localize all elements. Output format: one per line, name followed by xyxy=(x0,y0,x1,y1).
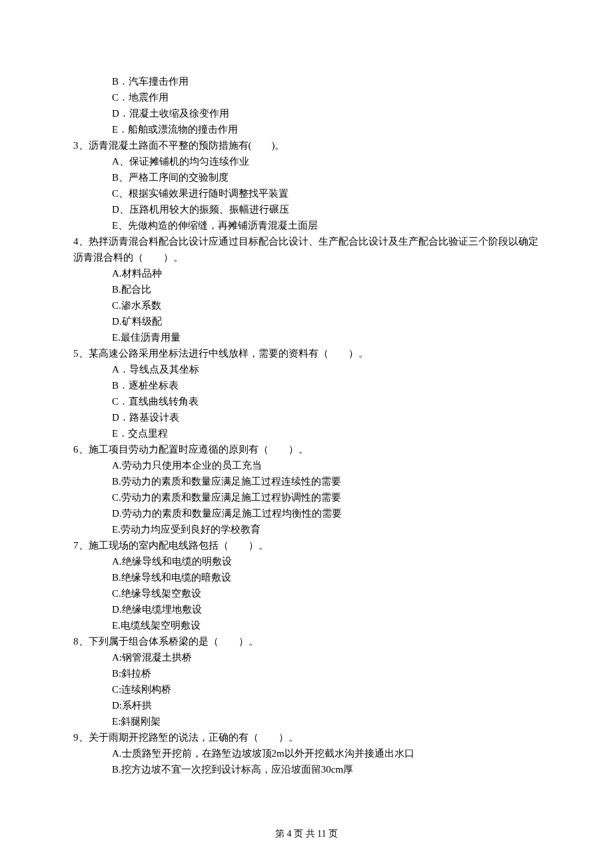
question-stem: 4、热拌沥青混合料配合比设计应通过目标配合比设计、生产配合比设计及生产配合比验证… xyxy=(73,233,540,265)
option-line: E.劳动力均应受到良好的学校教育 xyxy=(73,521,540,537)
question-stem: 9、关于雨期开挖路堑的说法，正确的有（ ）。 xyxy=(73,729,540,745)
question-stem: 3、沥青混凝土路面不平整的预防措施有( )。 xyxy=(73,137,540,153)
option-line: D:系杆拱 xyxy=(73,697,540,713)
option-line: B、严格工序间的交验制度 xyxy=(73,169,540,185)
option-line: E．交点里程 xyxy=(73,425,540,441)
option-line: B．汽车撞击作用 xyxy=(73,73,540,89)
option-line: B.配合比 xyxy=(73,281,540,297)
option-line: A．导线点及其坐标 xyxy=(73,361,540,377)
option-line: A.绝缘导线和电缆的明敷设 xyxy=(73,553,540,569)
option-line: C.绝缘导线架空敷设 xyxy=(73,585,540,601)
option-line: B.劳动力的素质和数量应满足施工过程连续性的需要 xyxy=(73,473,540,489)
option-line: B．逐桩坐标表 xyxy=(73,377,540,393)
option-line: A、保证摊铺机的均匀连续作业 xyxy=(73,153,540,169)
option-line: C.劳动力的素质和数量应满足施工过程协调性的需要 xyxy=(73,489,540,505)
question-stem: 8、下列属于组合体系桥梁的是（ ）。 xyxy=(73,633,540,649)
option-line: A:钢管混凝土拱桥 xyxy=(73,649,540,665)
option-line: E、先做构造的伸缩缝，再摊铺沥青混凝土面层 xyxy=(73,217,540,233)
option-line: D.劳动力的素质和数量应满足施工过程均衡性的需要 xyxy=(73,505,540,521)
option-line: D．路基设计表 xyxy=(73,409,540,425)
option-line: C．直线曲线转角表 xyxy=(73,393,540,409)
option-line: B.挖方边坡不宜一次挖到设计标高，应沿坡面留30cm厚 xyxy=(73,761,540,777)
exam-page: B．汽车撞击作用 C．地震作用 D．混凝土收缩及徐变作用 E．船舶或漂流物的撞击… xyxy=(0,0,613,868)
option-line: D.矿料级配 xyxy=(73,313,540,329)
option-line: C:连续刚构桥 xyxy=(73,681,540,697)
question-stem: 7、施工现场的室内配电线路包括（ ）。 xyxy=(73,537,540,553)
option-line: A.劳动力只使用本企业的员工充当 xyxy=(73,457,540,473)
option-line: C.渗水系数 xyxy=(73,297,540,313)
option-line: E:斜腿刚架 xyxy=(73,713,540,729)
option-line: E.电缆线架空明敷设 xyxy=(73,617,540,633)
option-line: E．船舶或漂流物的撞击作用 xyxy=(73,121,540,137)
option-line: D、压路机用较大的振频、振幅进行碾压 xyxy=(73,201,540,217)
option-line: D.绝缘电缆埋地敷设 xyxy=(73,601,540,617)
option-line: C．地震作用 xyxy=(73,89,540,105)
option-line: A.士质路堑开挖前，在路堑边坡坡顶2m以外开挖截水沟并接通出水口 xyxy=(73,745,540,761)
question-stem: 5、某高速公路采用坐标法进行中线放样，需要的资料有（ ）。 xyxy=(73,345,540,361)
page-footer: 第 4 页 共 11 页 xyxy=(0,827,613,841)
question-stem: 6、施工项目劳动力配置时应遵循的原则有（ ）。 xyxy=(73,441,540,457)
option-line: C、根据实铺效果进行随时调整找平装置 xyxy=(73,185,540,201)
option-line: B:斜拉桥 xyxy=(73,665,540,681)
option-line: A.材料品种 xyxy=(73,265,540,281)
option-line: B.绝缘导线和电缆的暗敷设 xyxy=(73,569,540,585)
option-line: E.最佳沥青用量 xyxy=(73,329,540,345)
option-line: D．混凝土收缩及徐变作用 xyxy=(73,105,540,121)
